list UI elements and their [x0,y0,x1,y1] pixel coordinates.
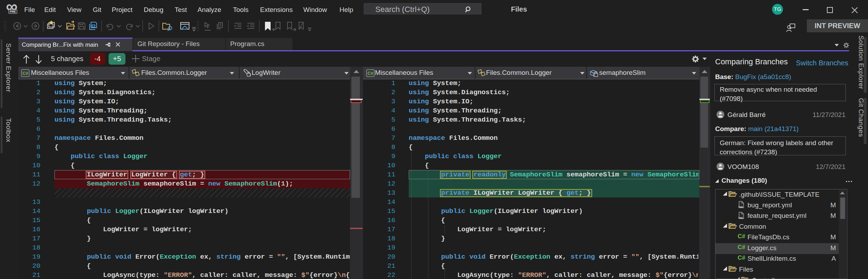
svg-text:C#: C# [368,71,374,76]
svg-text:YML: YML [738,216,744,220]
svg-text:C#: C# [22,71,28,76]
svg-text:YML: YML [738,206,744,209]
